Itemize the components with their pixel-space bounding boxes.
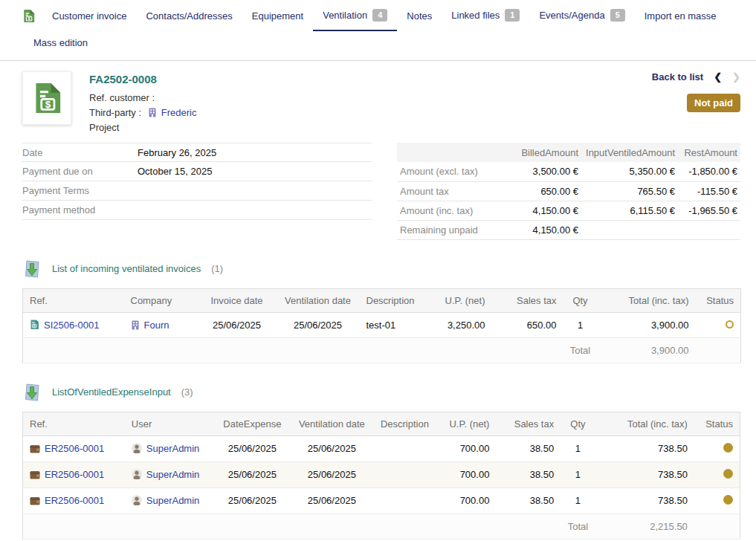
qty-cell: 1 <box>560 487 595 514</box>
expense-ref-link[interactable]: ER2506-0001 <box>45 495 104 506</box>
chevron-left-icon[interactable]: ❮ <box>714 71 722 82</box>
total-value: 3,900.00 <box>598 337 696 363</box>
tab-customer-invoice[interactable]: Customer invoice <box>42 7 136 31</box>
user-icon <box>132 495 142 505</box>
total-label: Total <box>563 337 598 363</box>
description-cell <box>374 461 430 487</box>
detail-label: Payment method <box>22 204 138 216</box>
amounts-rest: -1,850.00 € <box>678 162 740 181</box>
amounts-row-inc-tax: Amount (inc. tax) 4,150.00 € 6,115.50 € … <box>397 201 740 220</box>
tab-events-agenda[interactable]: Events/Agenda 5 <box>529 6 634 31</box>
col-company: Company <box>124 288 198 312</box>
amounts-rest <box>678 220 740 239</box>
ventilation-date-cell: 25/06/2025 <box>277 312 360 337</box>
invoice-details-table: Date February 26, 2025 Payment due on Oc… <box>22 143 372 240</box>
ventilation-date-cell: 25/06/2025 <box>290 487 374 514</box>
banner-info: FA2502-0008 Ref. customer : Third-party … <box>89 71 196 135</box>
expense-row: ER2506-0001 SuperAdmin 25/06/2025 25/06/… <box>23 487 740 514</box>
tab-contacts-addresses[interactable]: Contacts/Addresses <box>136 7 242 31</box>
user-link[interactable]: SuperAdmin <box>146 443 200 454</box>
status-unpaid-icon <box>726 320 734 328</box>
col-user: User <box>125 412 215 435</box>
third-party-link[interactable]: Frederic <box>161 107 197 118</box>
col-qty: Qty <box>563 288 598 312</box>
detail-value: February 26, 2025 <box>138 147 216 158</box>
tab-count-badge: 1 <box>505 9 520 22</box>
detail-columns: Date February 26, 2025 Payment due on Oc… <box>0 135 756 240</box>
amounts-label: Amount (excl. tax) <box>397 162 508 181</box>
invoice-ref-link[interactable]: SI2506-0001 <box>44 320 99 331</box>
expenses-section-heading: ListOfVentiledExpenseInput (3) <box>0 383 756 402</box>
tab-label: Import en masse <box>644 10 717 22</box>
tab-label: Notes <box>407 10 432 22</box>
tab-equipement[interactable]: Equipement <box>242 7 313 31</box>
amounts-rest: -115.50 € <box>678 181 740 201</box>
col-status: Status <box>694 412 740 435</box>
status-cell <box>694 487 740 514</box>
expense-row: ER2506-0001 SuperAdmin 25/06/2025 25/06/… <box>23 435 740 461</box>
status-cell <box>694 461 740 487</box>
amounts-rest: -1,965.50 € <box>678 201 740 220</box>
chevron-right-icon: ❯ <box>732 71 740 82</box>
tab-label: Customer invoice <box>52 10 126 22</box>
tab-bar: Customer invoice Contacts/Addresses Equi… <box>0 0 756 31</box>
tab-label: Mass edition <box>33 37 88 48</box>
expense-ref-link[interactable]: ER2506-0001 <box>45 443 104 454</box>
amounts-input: 765.50 € <box>581 181 678 201</box>
tab-import-en-masse[interactable]: Import en masse <box>635 7 726 31</box>
invoices-section-heading: List of incoming ventilated invoices (1) <box>0 259 756 279</box>
amounts-header-billed: BilledAmount <box>508 143 581 162</box>
col-up-net: U.P. (net) <box>427 288 492 312</box>
detail-label: Payment due on <box>22 166 138 177</box>
amounts-table: BilledAmount InputVentiledAmount RestAmo… <box>397 143 740 240</box>
company-link[interactable]: Fourn <box>144 320 169 331</box>
expense-user-cell: SuperAdmin <box>125 487 215 514</box>
status-cell <box>696 312 741 337</box>
tab-notes[interactable]: Notes <box>397 7 442 31</box>
col-qty: Qty <box>560 412 595 435</box>
amounts-summary: BilledAmount InputVentiledAmount RestAmo… <box>397 143 740 240</box>
up-net-cell: 700.00 <box>430 487 497 514</box>
third-party-line: Third-party : Frederic <box>89 106 196 120</box>
date-expense-cell: 25/06/2025 <box>215 461 290 487</box>
date-expense-cell: 25/06/2025 <box>215 487 290 514</box>
tab-ventilation[interactable]: Ventilation 4 <box>313 6 397 31</box>
tab-label: Contacts/Addresses <box>146 10 232 22</box>
col-sales-tax: Sales tax <box>492 288 563 312</box>
tab-label: Events/Agenda <box>539 10 604 21</box>
col-status: Status <box>696 288 741 312</box>
back-to-list-link[interactable]: Back to list <box>652 71 703 82</box>
qty-cell: 1 <box>560 435 595 461</box>
tab-label: Equipement <box>252 10 303 22</box>
detail-label: Payment Terms <box>22 185 138 196</box>
total-label: Total <box>560 514 595 539</box>
amounts-input <box>581 220 678 239</box>
date-expense-cell: 25/06/2025 <box>215 435 290 461</box>
status-badge: Not paid <box>687 94 740 112</box>
user-link[interactable]: SuperAdmin <box>146 495 200 506</box>
ventilated-list-icon <box>22 383 42 402</box>
ventilated-list-icon <box>22 259 42 279</box>
amounts-row-tax: Amount tax 650.00 € 765.50 € -115.50 € <box>397 181 740 201</box>
invoice-icon <box>32 81 62 115</box>
tab-linked-files[interactable]: Linked files 1 <box>442 6 529 31</box>
expense-row: ER2506-0001 SuperAdmin 25/06/2025 25/06/… <box>23 461 740 487</box>
expense-ref-link[interactable]: ER2506-0001 <box>45 469 104 480</box>
qty-cell: 1 <box>563 312 598 337</box>
user-link[interactable]: SuperAdmin <box>146 469 200 480</box>
sales-tax-cell: 650.00 <box>492 312 563 337</box>
col-invoice-date: Invoice date <box>198 288 277 312</box>
expense-ref-cell: ER2506-0001 <box>23 461 125 487</box>
up-net-cell: 700.00 <box>430 435 497 461</box>
invoice-date-cell: 25/06/2025 <box>198 312 277 337</box>
status-validated-icon <box>723 469 733 479</box>
amounts-header-empty <box>397 143 508 162</box>
tab-mass-edition[interactable]: Mass edition <box>33 36 88 51</box>
building-icon <box>148 108 157 117</box>
description-cell: test-01 <box>360 312 427 337</box>
amounts-billed: 3,500.00 € <box>508 162 581 181</box>
detail-row-payment-method: Payment method <box>22 201 372 220</box>
amounts-input: 5,350.00 € <box>581 162 678 181</box>
total-cell: 738.50 <box>595 435 694 461</box>
expenses-section-title: ListOfVentiledExpenseInput <box>52 386 171 398</box>
